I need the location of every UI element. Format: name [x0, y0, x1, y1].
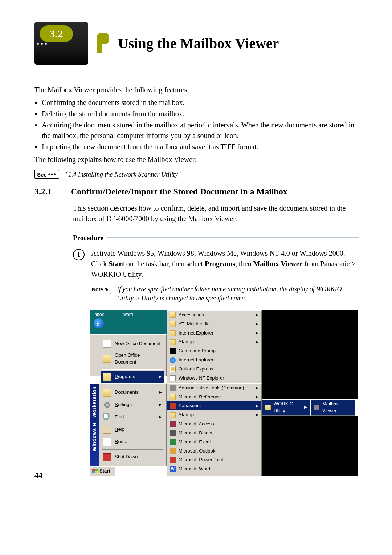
programs-lower-item[interactable]: Administrative Tools (Common)▶ [167, 384, 261, 393]
submenu-arrow-icon: ▶ [256, 312, 258, 318]
desktop-icon-word[interactable]: word [123, 312, 133, 333]
programs-lower-item[interactable]: Startup▶ [167, 410, 261, 420]
programs-lower-label: Microsoft PowerPoint [179, 457, 223, 463]
programs-submenu-upper: Accessories▶ATI Multimedia▶Internet Expl… [167, 310, 262, 383]
documents-icon [103, 389, 111, 397]
pf-icon [170, 412, 176, 418]
windows-nt-stripe: Windows NT Workstation [90, 384, 99, 466]
programs-lower-label: Microsoft Access [179, 421, 214, 428]
programs-upper-label: Accessories [179, 312, 204, 319]
programs-lower-label: Microsoft Excel [179, 439, 211, 446]
programs-upper-item[interactable]: Internet Explorer▶ [167, 329, 261, 338]
section-badge: 3.2 [34, 22, 88, 65]
subsection-intro: This section describes how to confirm, d… [73, 203, 359, 476]
programs-upper-item[interactable]: Startup▶ [167, 337, 261, 347]
programs-upper-item[interactable]: Command Prompt [167, 347, 261, 356]
programs-upper-item[interactable]: ATI Multimedia▶ [167, 320, 261, 329]
header-rule [34, 72, 359, 72]
programs-lower-item[interactable]: Panasonic▶ [167, 401, 261, 410]
submenu-arrow-icon: ▶ [159, 402, 162, 408]
procedure-rule [107, 237, 359, 238]
programs-lower-item[interactable]: Microsoft Binder [167, 429, 261, 438]
note-text: If you have specified another folder nam… [117, 285, 359, 303]
word-icon: W [170, 466, 176, 472]
see-row: See••• "1.4 Installing the Network Scann… [34, 170, 359, 179]
programs-lower-item[interactable]: Microsoft Excel [167, 438, 261, 447]
start-menu-left-lower: Windows NT Workstation Documents ▶ Setti… [90, 383, 167, 476]
submenu-arrow-icon: ▶ [159, 374, 162, 380]
feature-list: Confirming the documents stored in the m… [34, 97, 359, 152]
programs-lower-item[interactable]: Microsoft Outlook [167, 447, 261, 456]
programs-lower-item[interactable]: Microsoft Access [167, 420, 261, 429]
menu-programs[interactable]: Programs ▶ [101, 371, 164, 383]
programs-upper-item[interactable]: Outlook Express [167, 365, 261, 374]
programs-lower-label: Microsoft Reference [179, 394, 221, 401]
programs-upper-label: Command Prompt [179, 348, 217, 355]
submenu-arrow-icon: ▶ [159, 390, 162, 395]
pf-icon [170, 321, 176, 327]
subsection-number: 3.2.1 [34, 187, 61, 197]
programs-lower-label: Microsoft Word [179, 466, 210, 473]
menu-run[interactable]: Run... [101, 436, 164, 448]
outlook-icon [170, 448, 176, 454]
subsection-heading: 3.2.1 Confirm/Delete/Import the Stored D… [34, 187, 359, 197]
pf-icon [170, 312, 176, 318]
pf-icon [265, 405, 271, 410]
binder-icon [170, 430, 176, 436]
note-box: Note ✎ [90, 285, 111, 294]
workio-item[interactable]: Mailbox Viewer [311, 400, 355, 416]
see-box: See••• [34, 170, 59, 179]
programs-upper-item[interactable]: Internet Explorer [167, 356, 261, 365]
excel-icon [170, 439, 176, 445]
tools-icon [170, 385, 176, 391]
intro-block: The Mailbox Viewer provides the followin… [34, 85, 359, 165]
programs-lower-item[interactable]: WMicrosoft Word [167, 465, 261, 474]
programs-lower-item[interactable]: Microsoft PowerPoint [167, 455, 261, 465]
programs-lower-label: Microsoft Outlook [179, 448, 215, 455]
panasonic-item[interactable]: WORKIO Utility▶ [262, 400, 310, 416]
menu-help[interactable]: Help [101, 424, 164, 436]
submenu-arrow-icon: ▶ [256, 394, 258, 400]
programs-upper-label: Internet Explorer [179, 357, 213, 364]
menu-new-office-document[interactable]: New Office Document [101, 337, 164, 350]
following-line: The following explains how to use the Ma… [34, 154, 359, 165]
ie-icon [94, 318, 104, 328]
subsection-title: Confirm/Delete/Import the Stored Documen… [71, 187, 287, 197]
ox-icon [170, 366, 176, 372]
desktop-icon-inbox[interactable]: Inbox [93, 312, 104, 333]
feature-item: Deleting the stored documents from the m… [42, 109, 359, 119]
menu-shutdown[interactable]: Shut Down... [101, 451, 164, 463]
programs-upper-item[interactable]: Windows NT Explorer [167, 374, 261, 383]
intro-line: The Mailbox Viewer provides the followin… [34, 85, 359, 95]
procedure-heading: Procedure [73, 233, 359, 243]
submenu-arrow-icon: ▶ [304, 405, 307, 410]
pf-icon [170, 339, 176, 345]
programs-upper-label: Internet Explorer [179, 330, 213, 337]
programs-submenu-lower: Administrative Tools (Common)▶Microsoft … [167, 383, 262, 476]
section-header: 3.2 Using the Mailbox Viewer [34, 22, 359, 65]
we-icon [170, 375, 176, 381]
workio-label: Mailbox Viewer [322, 401, 352, 414]
pana-icon [170, 403, 176, 409]
menu-settings[interactable]: Settings ▶ [101, 399, 164, 411]
find-icon [103, 413, 111, 421]
feature-item: Confirming the documents stored in the m… [42, 97, 359, 108]
start-menu-screenshot: Inbox word New Office Document [90, 310, 358, 476]
run-icon [103, 438, 111, 446]
start-button[interactable]: Start [90, 466, 115, 476]
submenu-arrow-icon: ▶ [159, 414, 162, 420]
mv-icon [314, 405, 319, 410]
gear-icon [103, 401, 111, 409]
programs-upper-label: ATI Multimedia [179, 321, 210, 328]
programs-upper-label: Outlook Express [179, 366, 213, 373]
programs-upper-label: Windows NT Explorer [179, 375, 224, 382]
programs-lower-label: Administrative Tools (Common) [179, 385, 244, 392]
programs-upper-item[interactable]: Accessories▶ [167, 311, 261, 320]
menu-find[interactable]: Find ▶ [101, 411, 164, 424]
folder-open-icon [103, 355, 111, 363]
cmd-icon [170, 348, 176, 354]
feature-item: Importing the new document from the mail… [42, 142, 359, 152]
menu-documents[interactable]: Documents ▶ [101, 386, 164, 399]
programs-lower-item[interactable]: Microsoft Reference▶ [167, 393, 261, 402]
menu-open-office-document[interactable]: Open Office Document [101, 350, 164, 368]
